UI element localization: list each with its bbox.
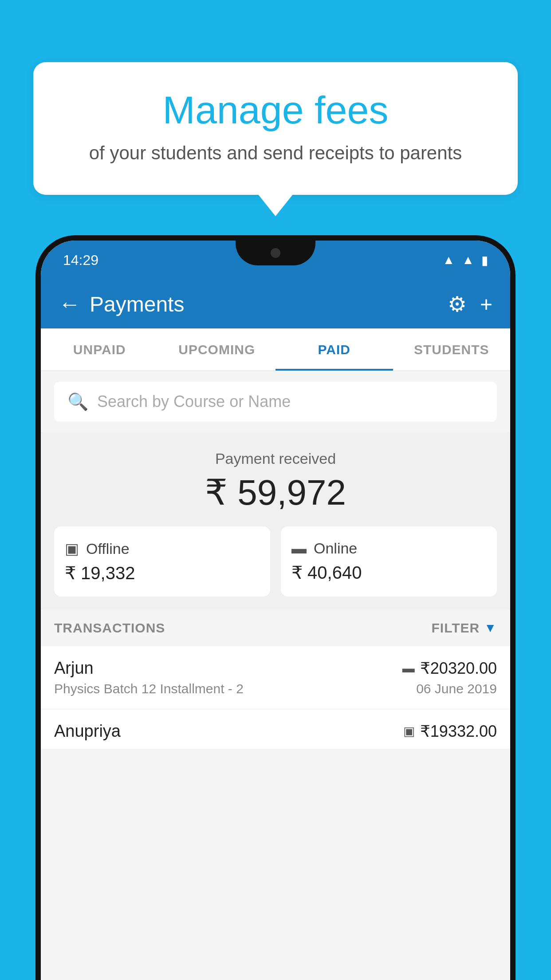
transaction-amount: ₹20320.00 [420,659,497,678]
battery-icon: ▮ [481,253,488,268]
transaction-course: Physics Batch 12 Installment - 2 [54,681,244,696]
offline-card: ▣ Offline ₹ 19,332 [54,526,270,597]
online-icon: ▬ [291,540,307,557]
transactions-header: TRANSACTIONS FILTER ▼ [41,610,510,646]
search-icon: 🔍 [67,392,88,411]
status-time: 14:29 [63,252,98,269]
tab-paid[interactable]: PAID [276,328,393,371]
status-bar: 14:29 ▲ ▲ ▮ [41,241,510,280]
payment-received-label: Payment received [54,450,497,467]
offline-amount: ₹ 19,332 [65,563,260,583]
transaction-bottom: Physics Batch 12 Installment - 2 06 June… [54,681,497,696]
offline-label: Offline [86,540,130,557]
transaction-amount-wrap-2: ▣ ₹19332.00 [403,722,497,741]
transaction-name-2: Anupriya [54,722,121,741]
payment-cards: ▣ Offline ₹ 19,332 ▬ Online ₹ 40,640 [54,526,497,597]
offline-card-header: ▣ Offline [65,540,260,557]
offline-icon: ▣ [65,540,79,557]
transaction-row-partial[interactable]: Anupriya ▣ ₹19332.00 [41,709,510,749]
filter-label: FILTER [432,620,480,636]
search-placeholder: Search by Course or Name [97,392,291,411]
speech-bubble: Manage fees of your students and send re… [33,62,518,195]
notch-cutout [236,241,315,265]
camera-dot [271,248,280,258]
transactions-label: TRANSACTIONS [54,620,165,636]
search-box[interactable]: 🔍 Search by Course or Name [54,382,497,422]
tab-unpaid[interactable]: UNPAID [41,328,158,371]
online-label: Online [314,540,357,557]
back-button[interactable]: ← [59,291,81,317]
page-title: Payments [90,292,448,316]
settings-button[interactable]: ⚙ [448,292,467,316]
online-card-header: ▬ Online [291,540,486,557]
transaction-amount-2: ₹19332.00 [420,722,497,741]
phone-frame: 14:29 ▲ ▲ ▮ ← Payments ⚙ + UNPAID [35,235,516,980]
transaction-type-icon-2: ▣ [403,724,415,739]
transaction-date: 06 June 2019 [416,681,497,696]
transaction-top: Arjun ▬ ₹20320.00 [54,659,497,678]
payment-total-amount: ₹ 59,972 [54,472,497,513]
transaction-type-icon: ▬ [402,661,415,676]
phone-inner: 14:29 ▲ ▲ ▮ ← Payments ⚙ + UNPAID [41,241,510,980]
wifi-icon: ▲ [443,253,455,267]
status-icons: ▲ ▲ ▮ [443,253,488,268]
transaction-amount-wrap: ▬ ₹20320.00 [402,659,497,678]
signal-icon: ▲ [462,253,474,267]
top-bar-icons: ⚙ + [448,292,492,316]
tab-upcoming[interactable]: UPCOMING [158,328,276,371]
add-button[interactable]: + [480,292,492,316]
transaction-row[interactable]: Arjun ▬ ₹20320.00 Physics Batch 12 Insta… [41,646,510,709]
filter-icon: ▼ [484,621,497,635]
online-amount: ₹ 40,640 [291,562,486,583]
speech-bubble-subtitle: of your students and send receipts to pa… [55,142,496,164]
filter-button[interactable]: FILTER ▼ [432,620,497,636]
speech-bubble-title: Manage fees [55,89,496,132]
tabs-row: UNPAID UPCOMING PAID STUDENTS [41,328,510,371]
online-card: ▬ Online ₹ 40,640 [281,526,497,597]
payment-summary: Payment received ₹ 59,972 ▣ Offline ₹ 19… [41,432,510,610]
transaction-top-2: Anupriya ▣ ₹19332.00 [54,722,497,741]
transaction-name: Arjun [54,659,94,678]
tab-students[interactable]: STUDENTS [393,328,511,371]
top-bar: ← Payments ⚙ + [41,280,510,328]
search-section: 🔍 Search by Course or Name [41,371,510,432]
